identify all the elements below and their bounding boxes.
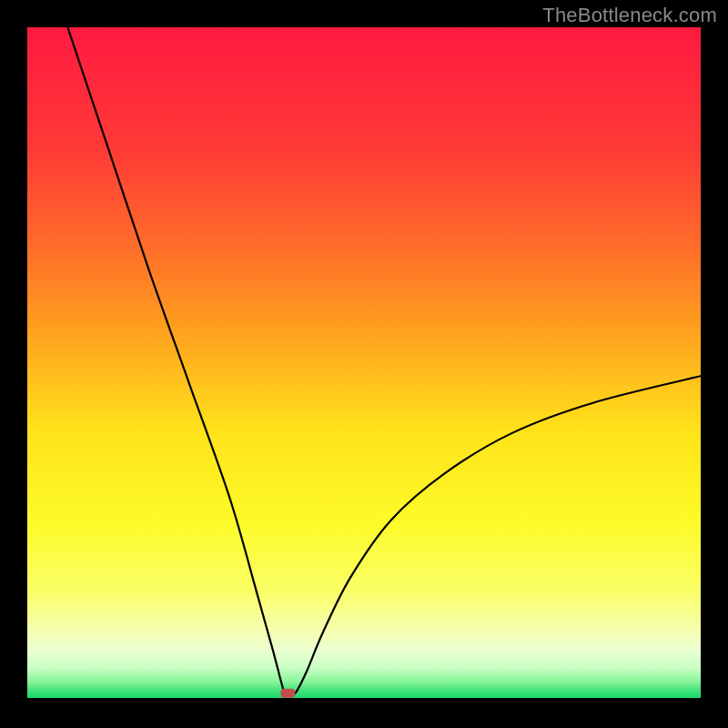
gradient-background [27, 27, 701, 698]
chart-frame: TheBottleneck.com [0, 0, 728, 728]
minimum-marker [280, 689, 295, 698]
bottleneck-chart-svg [27, 27, 701, 698]
plot-area [27, 27, 701, 698]
watermark-text: TheBottleneck.com [542, 4, 717, 27]
